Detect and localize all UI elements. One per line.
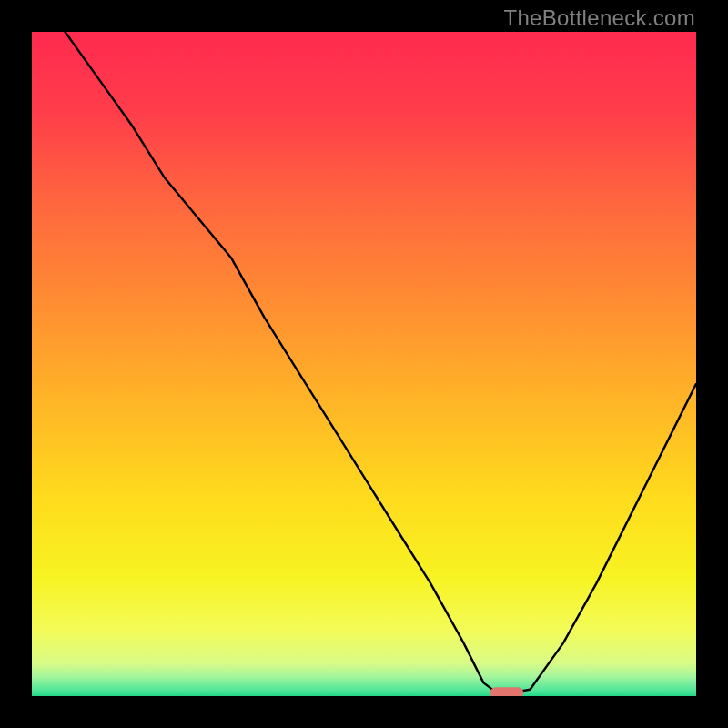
chart-svg	[32, 32, 696, 696]
highlight-marker	[490, 687, 524, 696]
gradient-background	[32, 32, 696, 696]
chart-container: TheBottleneck.com	[0, 0, 728, 728]
plot-area	[32, 32, 696, 696]
watermark-text: TheBottleneck.com	[503, 5, 695, 31]
